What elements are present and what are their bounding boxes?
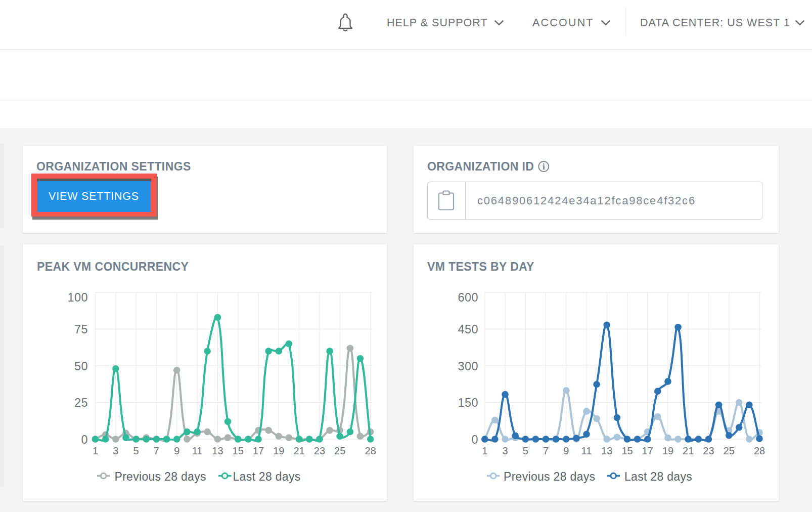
svg-text:Last 28 days: Last 28 days bbox=[233, 470, 301, 483]
svg-text:Previous 28 days: Previous 28 days bbox=[115, 470, 206, 483]
svg-text:i: i bbox=[543, 162, 545, 172]
svg-text:Previous 28 days: Previous 28 days bbox=[504, 470, 595, 483]
svg-text:Last 28 days: Last 28 days bbox=[624, 470, 692, 483]
